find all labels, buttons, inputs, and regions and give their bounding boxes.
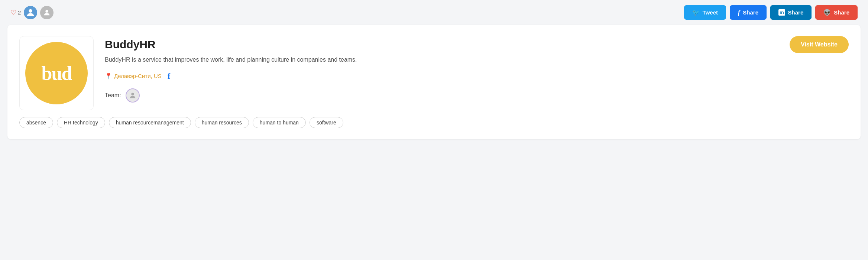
- reddit-icon: 👽: [823, 9, 831, 16]
- company-logo-box: bud: [19, 36, 94, 110]
- tag-hr-technology[interactable]: HR technology: [57, 117, 105, 128]
- likes-area[interactable]: ♡ 2: [10, 9, 21, 17]
- facebook-icon: f: [738, 9, 740, 16]
- facebook-label: Share: [743, 9, 758, 16]
- tag-software[interactable]: software: [310, 117, 343, 128]
- facebook-share-button[interactable]: f Share: [730, 5, 767, 20]
- likes-count: 2: [18, 9, 21, 16]
- heart-icon[interactable]: ♡: [10, 9, 16, 17]
- location-text: Делавэр-Сити, US: [114, 73, 162, 79]
- user-avatar[interactable]: [24, 6, 37, 19]
- visit-website-button[interactable]: Visit Website: [790, 36, 849, 53]
- company-location: 📍 Делавэр-Сити, US: [105, 72, 162, 79]
- tag-human-resourcemanagement[interactable]: human resourcemanagement: [109, 117, 191, 128]
- svg-point-0: [29, 9, 32, 12]
- company-description: BuddyHR is a service that improves the w…: [105, 55, 409, 65]
- tweet-label: Tweet: [703, 9, 718, 16]
- linkedin-share-button[interactable]: in Share: [770, 5, 812, 20]
- tag-human-to-human[interactable]: human to human: [253, 117, 306, 128]
- facebook-link-icon[interactable]: f: [168, 72, 170, 80]
- guest-avatar: [40, 6, 54, 19]
- share-buttons-group: 🐦 Tweet f Share in Share 👽 Share: [684, 5, 858, 20]
- company-name: BuddyHR: [105, 38, 849, 51]
- team-label: Team:: [105, 92, 121, 99]
- reddit-share-button[interactable]: 👽 Share: [815, 5, 858, 20]
- top-left-actions: ♡ 2: [10, 6, 54, 19]
- twitter-icon: 🐦: [692, 9, 700, 16]
- tag-human-resources[interactable]: human resources: [195, 117, 249, 128]
- meta-row: 📍 Делавэр-Сити, US f: [105, 72, 849, 80]
- tags-row: absence HR technology human resourcemana…: [19, 117, 849, 128]
- card-top-section: bud BuddyHR BuddyHR is a service that im…: [19, 36, 849, 110]
- svg-point-1: [46, 10, 48, 12]
- tweet-button[interactable]: 🐦 Tweet: [684, 5, 726, 20]
- linkedin-label: Share: [788, 9, 804, 16]
- company-info: BuddyHR BuddyHR is a service that improv…: [105, 36, 849, 103]
- company-card: Visit Website bud BuddyHR BuddyHR is a s…: [7, 25, 861, 139]
- top-bar: ♡ 2 🐦 Tweet f Share in Share: [0, 0, 868, 25]
- team-row: Team:: [105, 88, 849, 103]
- team-member-avatar[interactable]: [126, 88, 140, 103]
- svg-point-2: [131, 92, 134, 95]
- linkedin-icon: in: [778, 9, 785, 16]
- logo-circle: bud: [25, 42, 88, 104]
- reddit-label: Share: [834, 9, 849, 16]
- location-pin-icon: 📍: [105, 72, 112, 79]
- tag-absence[interactable]: absence: [19, 117, 53, 128]
- logo-text: bud: [42, 62, 72, 84]
